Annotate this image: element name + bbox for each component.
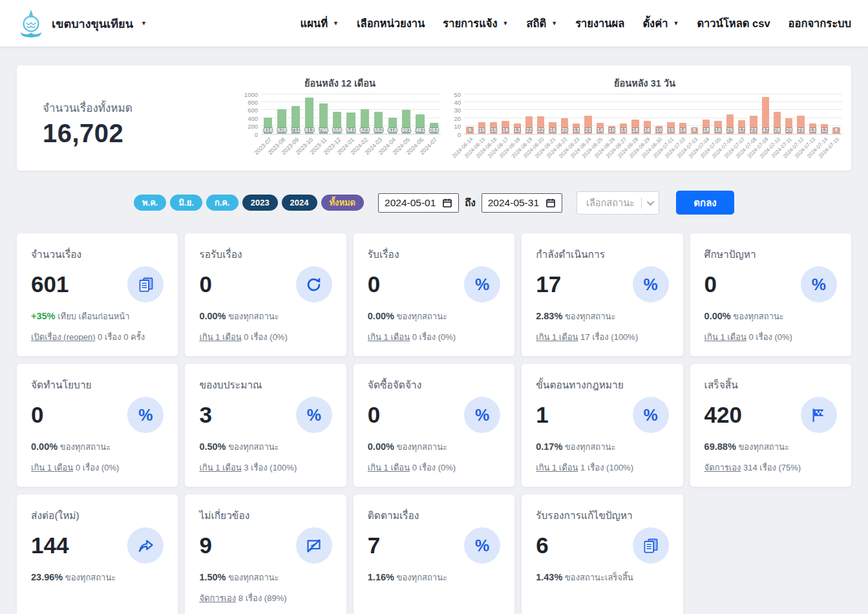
filter-pill-5[interactable]: ทั้งหมด [321,195,365,211]
bar-value-label: 601 [402,127,411,133]
nav-item-4[interactable]: รายงานผล [575,15,624,32]
link-line: เกิน 1 เดือน 17 เรื่อง (100%) [536,330,668,344]
bar: 10 [606,94,617,134]
bar: 8 [688,94,700,134]
card-title: ศึกษาปัญหา [704,246,837,262]
y-axis: 01020304050 [447,94,464,134]
date-to-input[interactable]: 2024-05-31 [482,193,562,213]
filter-pill-3[interactable]: 2023 [242,195,278,211]
nav-item-2[interactable]: รายการแจ้ง ▼ [443,15,508,32]
plot-area: 9151516132222152013231410131816101514818… [464,94,842,134]
link-line: เกิน 1 เดือน 1 เรื่อง (100%) [536,461,668,474]
bar-value-label: 12 [821,127,827,133]
card-value: 3 [199,403,211,428]
percent-line: 0.17% ของทุกสถานะ [536,440,668,454]
bar-value-label: 28 [774,127,780,133]
date-from-input[interactable]: 2024-05-01 [378,193,459,213]
y-tick-label: 40 [454,100,461,106]
bar-value-label: 25 [727,127,733,133]
link-line: เกิน 1 เดือน 0 เรื่อง (0%) [199,330,332,344]
percent-line: 0.50% ของทุกสถานะ [199,440,332,454]
bar-value-label: 16 [715,127,721,133]
card-link[interactable]: เกิน 1 เดือน [704,332,746,342]
card-link[interactable]: เปิดเรื่อง (reopen) [31,332,95,342]
nav-item-3[interactable]: สถิติ ▼ [526,15,557,32]
status-select[interactable]: เลือกสถานะ [577,191,659,215]
bar-value-label: 20 [562,127,567,133]
link-line: จัดการเอง 8 เรื่อง (89%) [199,591,332,605]
nav-item-6[interactable]: ดาวน์โหลด csv [697,15,770,32]
x-axis: 2024-06-142024-06-152024-06-162024-06-17… [464,134,842,171]
card-value: 1 [536,403,548,428]
nav-item-7[interactable]: ออกจากระบบ [789,15,851,32]
brand-menu[interactable]: เขตบางขุนเทียน ▼ [17,8,147,38]
y-tick-label: 400 [248,115,258,122]
card-icon-circle [127,266,164,302]
card-link[interactable]: เกิน 1 เดือน [368,332,410,342]
bar-value-label: 416 [388,127,397,133]
card-link[interactable]: เกิน 1 เดือน [199,463,241,472]
chevron-down-icon: ▼ [333,20,339,26]
date-range-group: 2024-05-01 ถึง 2024-05-31 [378,193,562,213]
y-tick-label: 0 [255,131,258,138]
card-link[interactable]: เกิน 1 เดือน [536,332,578,342]
card-value: 7 [368,533,380,558]
stat-card-10: ส่งต่อ(ใหม่) 144 23.96% ของทุกสถานะ [16,494,178,614]
percent-line: 0.00% ของทุกสถานะ [199,310,332,323]
percent-icon: % [138,406,153,425]
link-line: เกิน 1 เดือน 0 เรื่อง (0%) [368,461,500,474]
bar: 20 [783,94,795,134]
card-title: ส่งต่อ(ใหม่) [31,507,164,524]
bar: 13 [571,94,582,134]
percent-icon: % [307,406,321,425]
bar: 628 [275,94,288,134]
link-line: เกิน 1 เดือน 0 เรื่อง (0%) [704,330,837,344]
bar-value-label: 628 [277,127,286,133]
bar-value-label: 913 [305,127,314,133]
bar: 14 [594,94,606,134]
card-value: 6 [536,533,548,558]
card-link[interactable]: จัดการเอง [199,593,236,603]
bar: 23 [748,94,759,134]
card-title: ไม่เกี่ยวข้อง [199,507,332,524]
bar: 8 [831,94,842,134]
card-link[interactable]: เกิน 1 เดือน [536,463,578,472]
card-link[interactable]: เกิน 1 เดือน [31,463,73,472]
nav-item-0[interactable]: แผนที่ ▼ [301,15,339,32]
card-link[interactable]: เกิน 1 เดือน [199,332,241,342]
stat-card-12: ติดตามเรื่อง 7 % 1.16% ของทุกสถานะ [353,494,515,614]
percent-line: 1.50% ของทุกสถานะ [199,571,332,584]
card-icon-circle [633,527,669,564]
navbar: เขตบางขุนเทียน ▼ แผนที่ ▼ เลือกหน่วยงาน … [0,0,868,47]
card-icon-circle [801,397,837,433]
card-value: 601 [31,272,69,297]
submit-button[interactable]: ตกลง [676,191,734,215]
bar-value-label: 14 [597,127,603,133]
nav-item-1[interactable]: เลือกหน่วยงาน [357,15,425,32]
chevron-down-icon: ▼ [503,20,509,26]
bar: 541 [344,94,357,134]
forward-arrow-icon [137,537,154,555]
bar: 416 [261,94,275,134]
card-title: ของบประมาณ [199,377,332,393]
bar: 601 [399,94,413,134]
summary-panel: จำนวนเรื่องทั้งหมด 16,702 ย้อนหลัง 12 เด… [16,65,852,171]
link-line: เกิน 1 เดือน 0 เรื่อง (0%) [31,461,164,474]
y-tick-label: 20 [454,115,461,122]
filter-pill-1[interactable]: มิ.ย. [170,195,202,211]
filter-pill-0[interactable]: พ.ค. [134,195,167,211]
card-title: กำลังดำเนินการ [536,246,668,262]
filter-pill-4[interactable]: 2024 [282,195,317,211]
card-icon-circle: % [633,397,669,433]
y-tick-label: 600 [248,107,258,114]
chevron-down-icon: ▼ [141,20,147,26]
filter-pill-2[interactable]: ก.ค. [206,195,238,211]
card-link[interactable]: จัดการเอง [704,463,741,472]
bar: 9 [464,94,476,134]
link-line: เปิดเรื่อง (reopen) 0 เรื่อง 0 ครั้ง [31,330,164,344]
link-line: จัดการเอง 314 เรื่อง (75%) [704,461,837,474]
card-link[interactable]: เกิน 1 เดือน [368,463,410,472]
bar: 416 [386,94,399,134]
card-title: เสร็จสิ้น [704,377,837,393]
nav-item-5[interactable]: ตั้งค่า ▼ [642,15,679,32]
